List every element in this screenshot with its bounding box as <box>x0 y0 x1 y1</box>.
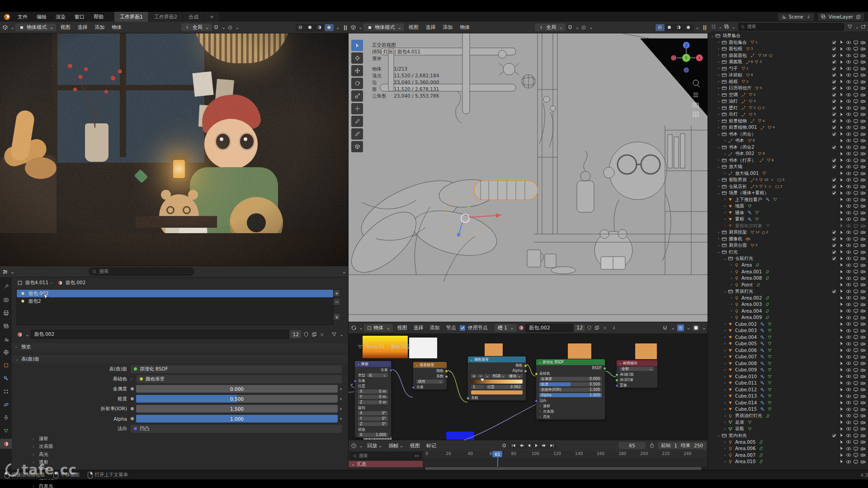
slider-3[interactable]: 1.000 <box>136 415 338 422</box>
expand-arrow[interactable]: › <box>723 427 727 431</box>
render-disable-icon[interactable] <box>859 85 867 91</box>
value-field[interactable]: Z0° <box>358 422 388 426</box>
visibility-icon[interactable] <box>845 164 852 170</box>
selectable-icon[interactable] <box>838 361 845 366</box>
shader-menu-0[interactable]: 视图 <box>394 324 410 331</box>
render-disable-icon[interactable] <box>859 321 867 327</box>
viewport-disable-icon[interactable] <box>852 446 859 451</box>
snap-icon[interactable] <box>661 324 668 331</box>
selectable-icon[interactable] <box>838 419 845 425</box>
visibility-icon[interactable] <box>845 52 852 58</box>
viewport-disable-icon[interactable] <box>852 321 859 327</box>
expand-arrow[interactable]: › <box>717 66 721 70</box>
visibility-icon[interactable] <box>845 367 852 373</box>
visibility-icon[interactable] <box>845 308 852 314</box>
selectable-icon[interactable] <box>838 341 845 347</box>
slider-1[interactable]: 0.500 <box>136 395 338 403</box>
viewport-menu-2[interactable]: 添加 <box>439 24 456 31</box>
outliner-row[interactable]: ›Cube.005 <box>708 341 868 347</box>
viewport-disable-icon[interactable] <box>852 288 859 294</box>
visibility-icon[interactable] <box>845 138 852 144</box>
selectable-icon[interactable] <box>838 301 845 307</box>
viewport-menu-0[interactable]: 视图 <box>405 24 421 31</box>
viewport-disable-icon[interactable] <box>852 354 859 360</box>
tab-data-icon[interactable] <box>0 426 12 436</box>
render-disable-icon[interactable] <box>859 151 867 157</box>
outliner-row[interactable]: ›冰箱贴8 <box>708 72 868 79</box>
value-field[interactable]: X1.000 <box>358 433 388 437</box>
collapse-arrow[interactable]: ⌄ <box>470 358 473 361</box>
shading-rendered-icon[interactable] <box>325 24 334 31</box>
visibility-icon[interactable] <box>845 72 852 78</box>
viewport-disable-icon[interactable] <box>852 183 859 189</box>
mode-dropdown[interactable]: 物体模式⌄ <box>15 23 56 31</box>
tab-physics-icon[interactable] <box>0 399 12 409</box>
render-disable-icon[interactable] <box>859 361 867 366</box>
outliner-row[interactable]: ›书本.0028 <box>708 150 868 157</box>
viewport-disable-icon[interactable] <box>852 85 859 91</box>
outliner-row[interactable]: ›前景植物.0014 <box>708 124 868 131</box>
add-stop-button[interactable]: + <box>471 374 477 378</box>
shader-menu-2[interactable]: 添加 <box>426 324 443 331</box>
node-row-6[interactable]: Z0 m <box>355 399 391 405</box>
node-row-8[interactable]: X0° <box>355 410 391 416</box>
visibility-icon[interactable] <box>845 256 852 262</box>
value-slider[interactable]: 糙度0.500 <box>539 382 602 386</box>
value-slider[interactable]: 折射率(IOR)1.500 <box>539 388 602 392</box>
render-disable-icon[interactable] <box>859 426 867 432</box>
selectable-icon[interactable] <box>838 151 845 157</box>
selectable-icon[interactable] <box>838 92 845 98</box>
play-icon[interactable] <box>533 442 540 449</box>
render-disable-icon[interactable] <box>859 52 867 58</box>
render-disable-icon[interactable] <box>859 347 867 353</box>
tab-render-icon[interactable] <box>0 295 12 305</box>
render-disable-icon[interactable] <box>859 406 867 412</box>
node-row-4[interactable]: X0 m <box>355 389 391 394</box>
tab-output-icon[interactable] <box>0 308 12 318</box>
visibility-icon[interactable] <box>845 197 852 202</box>
viewport-disable-icon[interactable] <box>852 190 859 196</box>
visibility-icon[interactable] <box>845 439 852 445</box>
render-disable-icon[interactable] <box>859 210 867 216</box>
expand-arrow[interactable]: ⌄ <box>717 132 721 136</box>
input-socket[interactable] <box>412 386 415 389</box>
visibility-icon[interactable] <box>845 112 852 117</box>
visibility-icon[interactable] <box>845 105 852 111</box>
viewport-disable-icon[interactable] <box>852 275 859 281</box>
viewport-disable-icon[interactable] <box>852 230 859 235</box>
orientation-dropdown[interactable]: 全局⌄ <box>535 23 566 31</box>
material-name-field[interactable]: 面包.002 <box>31 330 289 339</box>
checkbox-icon[interactable] <box>830 66 838 71</box>
render-disable-icon[interactable] <box>859 400 867 406</box>
viewport-disable-icon[interactable] <box>852 361 859 366</box>
visibility-icon[interactable] <box>845 380 852 386</box>
render-disable-icon[interactable] <box>859 374 867 380</box>
node-row-5[interactable]: Y0 m <box>355 394 391 399</box>
checkbox-icon[interactable] <box>830 131 838 137</box>
section-1[interactable]: ›次表面 <box>12 443 348 451</box>
channel-search[interactable]: 搜索 <box>350 452 421 460</box>
visibility-icon[interactable] <box>845 216 852 222</box>
render-disable-icon[interactable] <box>859 39 867 45</box>
snap-magnet-icon[interactable] <box>566 24 573 31</box>
checkbox-icon[interactable] <box>830 177 838 183</box>
normal-node-link[interactable]: 凹凸 <box>131 425 342 433</box>
node-row-5[interactable] <box>468 389 526 395</box>
node-row-3[interactable]: 矢量 <box>413 384 447 389</box>
expand-arrow[interactable]: › <box>717 73 721 77</box>
node-row-8[interactable]: ›次表面 <box>536 408 605 414</box>
remove-slot-button[interactable]: − <box>333 298 340 305</box>
viewport-disable-icon[interactable] <box>852 439 859 445</box>
viewport-disable-icon[interactable] <box>852 341 859 347</box>
expand-arrow[interactable]: › <box>723 348 727 352</box>
outliner-row[interactable]: ›日历明信片5 <box>708 85 868 92</box>
outliner-row[interactable]: ›Cube.004 <box>708 334 868 341</box>
checkbox-icon[interactable] <box>830 118 838 124</box>
outliner-row[interactable]: ›Cube.014 <box>708 399 868 406</box>
expand-arrow[interactable]: › <box>717 80 721 84</box>
copy-icon[interactable] <box>594 324 600 331</box>
tool-rotate-icon[interactable] <box>351 78 363 89</box>
visibility-icon[interactable] <box>845 452 852 458</box>
render-disable-icon[interactable] <box>859 216 867 222</box>
outliner-row[interactable]: ›仓鼠店长332 <box>708 183 868 190</box>
